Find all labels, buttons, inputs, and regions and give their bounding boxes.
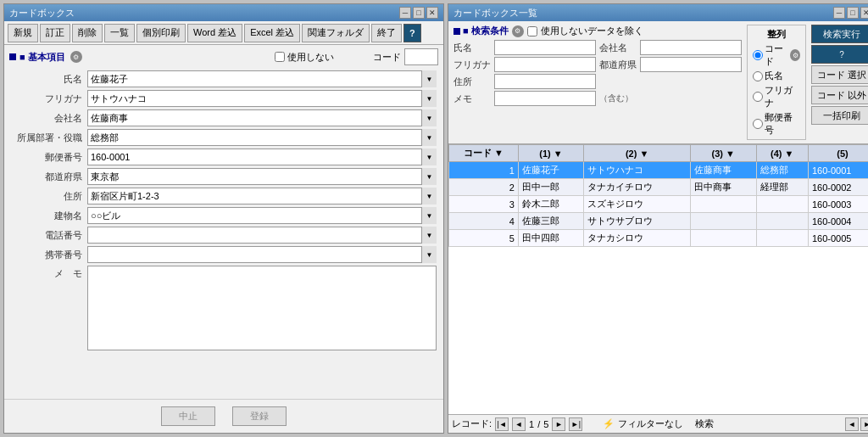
right-window-maximize[interactable]: □ xyxy=(847,7,859,19)
word-merge-button[interactable]: Word 差込 xyxy=(187,24,242,42)
code-input[interactable]: 1 xyxy=(404,48,438,65)
first-record-btn[interactable]: |◄ xyxy=(495,417,509,431)
search-company-input[interactable] xyxy=(640,40,742,55)
search-prefecture-label: 都道府県 xyxy=(599,59,637,71)
building-dropdown-arrow[interactable]: ▼ xyxy=(421,207,437,224)
cell-col2: サトウサブロウ xyxy=(584,213,691,230)
cell-col3: 田中商事 xyxy=(691,179,756,196)
postal-field-wrapper: ▼ xyxy=(87,148,437,165)
cell-col1: 佐藤三郎 xyxy=(518,213,583,230)
company-input[interactable] xyxy=(87,109,437,126)
mobile-input[interactable] xyxy=(87,246,437,263)
search-name-input[interactable] xyxy=(494,40,596,55)
postal-input[interactable] xyxy=(87,148,437,165)
help-button-right[interactable]: ? xyxy=(811,45,868,64)
memo-textarea[interactable] xyxy=(87,266,437,350)
cell-col5: 160-0003 xyxy=(808,196,868,213)
search-gear-icon[interactable]: ⚙ xyxy=(512,25,524,37)
sort-gear-icon[interactable]: ⚙ xyxy=(790,49,800,61)
exclude-unused-checkbox[interactable] xyxy=(527,26,537,36)
address-dropdown-arrow[interactable]: ▼ xyxy=(421,188,437,204)
gear-icon[interactable]: ⚙ xyxy=(70,51,82,63)
company-field-wrapper: ▼ xyxy=(87,109,437,126)
table-row[interactable]: 3 鈴木二郎 スズキジロウ 160-0003 xyxy=(449,196,869,213)
search-name-label: 氏名 xyxy=(453,42,491,54)
scroll-left-btn[interactable]: ◄ xyxy=(845,417,859,431)
mobile-label: 携帯番号 xyxy=(11,249,87,261)
dept-label: 所属部署・役職 xyxy=(11,132,87,144)
search-memo-input[interactable] xyxy=(494,91,596,106)
table-body: 1 佐藤花子 サトウハナコ 佐藤商事 総務部 160-0001 2 田中一郎 タ… xyxy=(449,162,869,247)
col-header-1: (1) ▼ xyxy=(518,145,583,162)
help-button-left[interactable]: ? xyxy=(403,24,421,42)
search-condition-label: ■ 検索条件 xyxy=(463,25,509,37)
furigana-dropdown-arrow[interactable]: ▼ xyxy=(421,90,437,107)
cell-code: 4 xyxy=(449,213,519,230)
cell-col3 xyxy=(691,213,756,230)
search-exec-button[interactable]: 検索実行 xyxy=(811,25,868,43)
sort-code-label: コード xyxy=(765,42,788,68)
filter-icon: ⚡ xyxy=(603,418,615,429)
table-row[interactable]: 4 佐藤三郎 サトウサブロウ 160-0004 xyxy=(449,213,869,230)
left-window-maximize[interactable]: □ xyxy=(413,7,425,19)
cancel-button[interactable]: 中止 xyxy=(161,406,215,426)
related-folder-button[interactable]: 関連フォルダ xyxy=(302,24,370,42)
list-button[interactable]: 一覧 xyxy=(104,24,135,42)
excel-merge-button[interactable]: Excel 差込 xyxy=(244,24,300,42)
left-window-minimize[interactable]: ─ xyxy=(399,7,411,19)
code-select-button[interactable]: コード 選択 xyxy=(811,65,868,84)
left-window-close[interactable]: ✕ xyxy=(426,7,438,19)
sort-furigana-radio[interactable] xyxy=(753,92,763,102)
edit-button[interactable]: 訂正 xyxy=(40,24,70,42)
prefecture-row: 都道府県 ▼ xyxy=(11,168,437,185)
dept-dropdown-arrow[interactable]: ▼ xyxy=(421,129,437,146)
new-button[interactable]: 新規 xyxy=(8,24,38,42)
furigana-input[interactable] xyxy=(87,90,437,107)
cell-col4: 経理部 xyxy=(756,179,808,196)
prev-record-btn[interactable]: ◄ xyxy=(512,417,526,431)
delete-button[interactable]: 削除 xyxy=(72,24,103,42)
cell-col3: 佐藤商事 xyxy=(691,162,756,179)
search-furigana-input[interactable] xyxy=(494,57,596,72)
phone-input[interactable] xyxy=(87,227,437,244)
prefecture-input[interactable] xyxy=(87,168,437,185)
name-input[interactable] xyxy=(87,70,437,87)
sort-name-radio[interactable] xyxy=(753,71,763,81)
search-address-input[interactable] xyxy=(494,74,596,89)
dept-input[interactable] xyxy=(87,129,437,146)
individual-print-button[interactable]: 個別印刷 xyxy=(136,24,186,42)
cell-code: 1 xyxy=(449,162,519,179)
address-input[interactable] xyxy=(87,188,437,204)
col-header-4: (4) ▼ xyxy=(756,145,808,162)
phone-dropdown-arrow[interactable]: ▼ xyxy=(421,227,437,244)
sort-postal-radio[interactable] xyxy=(753,119,763,129)
name-dropdown-arrow[interactable]: ▼ xyxy=(421,70,437,87)
right-window-close[interactable]: ✕ xyxy=(860,7,868,19)
company-dropdown-arrow[interactable]: ▼ xyxy=(421,109,437,126)
prefecture-dropdown-arrow[interactable]: ▼ xyxy=(421,168,437,185)
next-record-btn[interactable]: ► xyxy=(552,417,565,431)
right-window-controls: ─ □ ✕ xyxy=(833,7,868,19)
sort-code-radio[interactable] xyxy=(753,50,763,60)
table-row[interactable]: 2 田中一郎 タナカイチロウ 田中商事 経理部 160-0002 xyxy=(449,179,869,196)
exit-button[interactable]: 終了 xyxy=(371,24,402,42)
code-label: コード xyxy=(373,51,401,64)
bulk-print-button[interactable]: 一括印刷 xyxy=(811,106,868,125)
search-furigana-label: フリガナ xyxy=(453,59,491,71)
scroll-right-btn[interactable]: ► xyxy=(860,417,868,431)
cell-col5: 160-0004 xyxy=(808,213,868,230)
data-table-container: コード ▼ (1) ▼ (2) ▼ (3) ▼ (4) ▼ (5) 1 佐藤花子… xyxy=(448,144,868,414)
postal-dropdown-arrow[interactable]: ▼ xyxy=(421,148,437,165)
mobile-dropdown-arrow[interactable]: ▼ xyxy=(421,246,437,263)
last-record-btn[interactable]: ►| xyxy=(569,417,582,431)
code-other-button[interactable]: コード 以外 xyxy=(811,86,868,104)
table-row[interactable]: 1 佐藤花子 サトウハナコ 佐藤商事 総務部 160-0001 xyxy=(449,162,869,179)
cell-col4 xyxy=(756,213,808,230)
use-checkbox[interactable] xyxy=(275,52,285,62)
right-window-minimize[interactable]: ─ xyxy=(833,7,845,19)
table-row[interactable]: 5 田中四郎 タナカシロウ 160-0005 xyxy=(449,230,869,247)
sort-postal-label: 郵便番号 xyxy=(765,111,800,137)
search-prefecture-input[interactable] xyxy=(640,57,742,72)
save-button[interactable]: 登録 xyxy=(232,406,287,426)
building-input[interactable] xyxy=(87,207,437,224)
